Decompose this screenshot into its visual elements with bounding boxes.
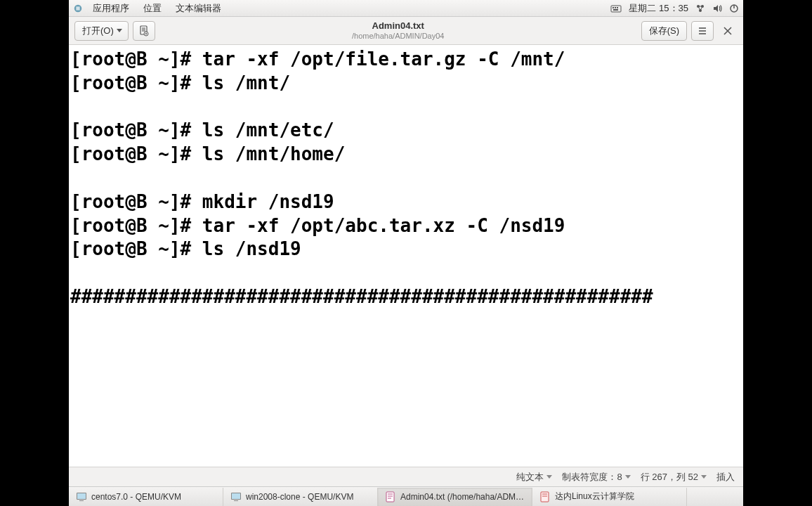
chevron-down-icon (701, 475, 707, 479)
new-document-button[interactable] (133, 21, 155, 41)
taskbar-item-dainy[interactable]: 达内Linux云计算学院 (532, 488, 687, 506)
hamburger-menu-button[interactable] (691, 21, 714, 41)
svg-rect-3 (613, 7, 614, 8)
places-menu[interactable]: 位置 (136, 2, 169, 15)
status-tabwidth[interactable]: 制表符宽度：8 (562, 471, 630, 484)
window-subtitle: /home/haha/ADMIN/Day04 (159, 32, 637, 41)
text-editor-menu[interactable]: 文本编辑器 (169, 2, 228, 15)
gedit-icon (385, 491, 396, 502)
close-button[interactable] (718, 21, 738, 41)
vm-icon (76, 491, 87, 502)
status-bar: 纯文本 制表符宽度：8 行 267，列 52 插入 (69, 467, 743, 486)
open-button[interactable]: 打开(O) (74, 21, 129, 41)
vm-icon (230, 491, 242, 502)
window-header: 打开(O) Admin04.txt /home/haha/ADMIN/Day04… (69, 17, 743, 45)
taskbar-item-win2008[interactable]: win2008-clone - QEMU/KVM (223, 488, 378, 506)
svg-rect-1 (76, 6, 79, 10)
network-icon[interactable] (695, 4, 705, 13)
svg-rect-6 (613, 9, 618, 11)
status-position[interactable]: 行 267，列 52 (641, 471, 707, 484)
activities-icon (73, 4, 86, 13)
status-mode: 插入 (716, 471, 735, 484)
svg-rect-32 (234, 500, 238, 501)
keyboard-icon[interactable] (610, 4, 622, 13)
close-icon (723, 27, 732, 35)
svg-rect-29 (79, 500, 84, 501)
editor-area[interactable]: [root@B ~]# tar -xf /opt/file.tar.gz -C … (69, 45, 743, 467)
applications-menu[interactable]: 应用程序 (86, 2, 136, 15)
chevron-down-icon (117, 29, 122, 32)
hamburger-icon (698, 26, 707, 36)
save-button-label: 保存(S) (649, 25, 679, 37)
status-filetype[interactable]: 纯文本 (516, 471, 552, 484)
svg-rect-31 (232, 493, 240, 499)
taskbar-item-admin04[interactable]: Admin04.txt (/home/haha/ADM… (378, 488, 532, 506)
power-icon[interactable] (729, 4, 739, 13)
chevron-down-icon (625, 475, 631, 479)
volume-icon[interactable] (712, 4, 722, 13)
clock[interactable]: 星期二 15：35 (629, 2, 688, 15)
taskbar-item-centos[interactable]: centos7.0 - QEMU/KVM (69, 488, 223, 506)
top-panel: 应用程序 位置 文本编辑器 星期二 15：35 (69, 0, 743, 17)
svg-rect-5 (617, 7, 618, 8)
taskbar: centos7.0 - QEMU/KVM win2008-clone - QEM… (69, 486, 743, 506)
svg-rect-28 (77, 493, 86, 499)
title-area: Admin04.txt /home/haha/ADMIN/Day04 (159, 20, 637, 41)
editor-content[interactable]: [root@B ~]# tar -xf /opt/file.tar.gz -C … (69, 48, 743, 309)
svg-rect-37 (541, 492, 549, 502)
chevron-down-icon (546, 475, 552, 479)
svg-rect-33 (386, 492, 394, 502)
save-button[interactable]: 保存(S) (641, 21, 687, 41)
svg-rect-4 (615, 7, 616, 8)
open-button-label: 打开(O) (82, 25, 114, 37)
doc-icon (539, 491, 551, 502)
svg-rect-2 (611, 6, 621, 12)
window-title: Admin04.txt (159, 20, 637, 32)
